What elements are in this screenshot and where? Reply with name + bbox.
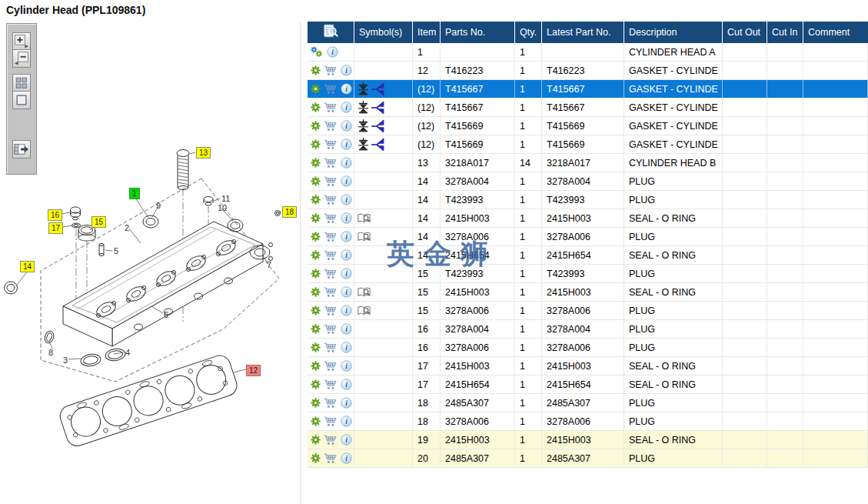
gear-icon[interactable] [311,398,321,408]
callout-1[interactable]: 1 [129,188,140,199]
gear-icon[interactable] [311,84,321,94]
gear-icon[interactable] [311,379,321,389]
gear-icon[interactable] [311,250,321,260]
gear-icon[interactable] [311,453,321,463]
info-icon[interactable]: i [341,305,352,316]
add-to-cart-icon[interactable] [324,120,338,132]
callout-17[interactable]: 17 [48,222,63,234]
info-icon[interactable]: i [341,323,352,335]
add-to-cart-icon[interactable] [324,194,338,205]
info-icon[interactable]: i [341,379,352,390]
callout-4[interactable]: 4 [125,348,130,358]
add-to-cart-icon[interactable] [324,212,338,224]
callout-6[interactable]: 6 [164,310,168,320]
gear-icon[interactable] [311,139,321,149]
info-icon[interactable]: i [341,360,352,372]
info-icon[interactable]: i [341,434,352,446]
add-to-cart-icon[interactable] [324,286,338,298]
table-row[interactable]: i12T4162231T416223GASKET - CYLINDE [308,62,868,80]
gear-icon[interactable] [311,195,321,205]
info-icon[interactable]: i [341,452,352,464]
add-to-cart-icon[interactable] [324,323,338,335]
callout-10[interactable]: 10 [218,203,227,213]
callout-18[interactable]: 18 [282,206,297,218]
zoom-out-button[interactable] [12,49,31,68]
table-row[interactable]: i163278A00413278A004PLUG [308,320,868,339]
table-row[interactable]: i14T4239931T423993PLUG [308,191,868,209]
callout-7[interactable]: 7 [267,260,271,270]
callout-3[interactable]: 3 [63,355,68,365]
table-row[interactable]: i142415H65412415H654SEAL - O RING [308,246,868,265]
tile-view-button[interactable] [12,74,31,92]
table-row[interactable]: i183278A00613278A006PLUG [308,412,868,431]
info-icon[interactable]: i [341,157,352,169]
add-to-cart-icon[interactable] [324,305,338,316]
table-row[interactable]: i(12)T4156671T415667GASKET - CYLINDE [308,80,868,98]
table-row[interactable]: i15T4239931T423993PLUG [308,265,868,283]
add-to-cart-icon[interactable] [324,268,338,279]
table-row[interactable]: i133218A017143218A017CYLINDER HEAD B [308,154,868,172]
info-icon[interactable]: i [341,83,352,95]
gear-icon[interactable] [311,361,321,371]
gear-icon[interactable] [311,176,321,186]
callout-13[interactable]: 13 [196,147,211,159]
info-icon[interactable]: i [341,416,352,427]
gear-icon[interactable] [311,435,321,445]
gear-icon[interactable] [311,287,321,297]
gear-icon[interactable] [311,232,321,242]
zoom-in-button[interactable] [12,32,31,51]
gear-icon[interactable] [311,158,321,168]
info-icon[interactable]: i [341,102,352,113]
table-row[interactable]: i(12)T4156671T415667GASKET - CYLINDE [308,98,868,117]
table-row[interactable]: i182485A30712485A307PLUG [308,394,868,412]
gear-icon[interactable] [311,121,321,131]
gear-icon[interactable] [311,324,321,334]
settings-gears-icon[interactable] [311,46,324,58]
add-to-cart-icon[interactable] [324,83,338,95]
add-to-cart-icon[interactable] [324,360,338,372]
info-icon[interactable]: i [341,397,352,409]
add-to-cart-icon[interactable] [324,139,338,150]
table-row[interactable]: i172415H00312415H003SEAL - O RING [308,357,868,375]
table-row[interactable]: i11CYLINDER HEAD A [308,43,868,62]
gear-icon[interactable] [311,342,321,352]
callout-5[interactable]: 5 [114,246,118,256]
gear-icon[interactable] [311,102,321,112]
table-row[interactable]: i163278A00613278A006PLUG [308,339,868,357]
add-to-cart-icon[interactable] [324,231,338,242]
callout-15[interactable]: 15 [91,216,106,228]
add-to-cart-icon[interactable] [324,452,338,464]
fit-view-button[interactable] [12,91,31,109]
info-icon[interactable]: i [341,194,352,205]
gear-icon[interactable] [311,213,321,223]
table-row[interactable]: i(12)T4156691T415669GASKET - CYLINDE [308,117,868,135]
info-icon[interactable]: i [327,46,338,58]
table-row[interactable]: i143278A00613278A006PLUG [308,228,868,246]
callout-2[interactable]: 2 [125,223,129,233]
table-row[interactable]: i192415H00312415H003SEAL - O RING [308,431,868,449]
info-icon[interactable]: i [341,342,352,353]
add-to-cart-icon[interactable] [324,379,338,390]
add-to-cart-icon[interactable] [324,175,338,187]
table-row[interactable]: i143278A00413278A004PLUG [308,172,868,191]
info-icon[interactable]: i [341,65,352,76]
table-row[interactable]: i172415H65412415H654SEAL - O RING [308,375,868,394]
info-icon[interactable]: i [341,139,352,150]
add-to-cart-icon[interactable] [324,397,338,409]
callout-9[interactable]: 9 [156,201,161,211]
gear-icon[interactable] [311,269,321,279]
table-row[interactable]: i142415H00312415H003SEAL - O RING [308,209,868,228]
callout-16[interactable]: 16 [48,209,62,221]
callout-14[interactable]: 14 [20,261,35,272]
table-row[interactable]: i152415H00312415H003SEAL - O RING [308,283,868,302]
gear-icon[interactable] [311,65,321,75]
add-to-cart-icon[interactable] [324,434,338,446]
add-to-cart-icon[interactable] [324,157,338,169]
callout-8[interactable]: 8 [48,348,53,358]
expand-panel-button[interactable] [12,140,31,159]
info-icon[interactable]: i [341,286,352,298]
info-icon[interactable]: i [341,268,352,279]
add-to-cart-icon[interactable] [324,249,338,261]
info-icon[interactable]: i [341,175,352,187]
info-icon[interactable]: i [341,249,352,261]
